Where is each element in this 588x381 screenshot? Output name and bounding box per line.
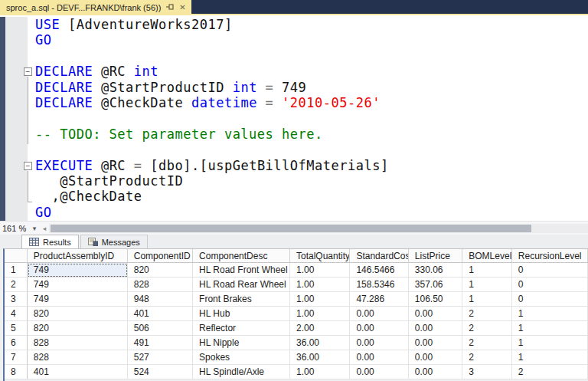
scroll-left-icon[interactable]: ◂ xyxy=(40,225,49,232)
fold-collapse-icon[interactable]: − xyxy=(24,162,32,170)
grid-row-number[interactable]: 8 xyxy=(5,365,28,379)
close-icon[interactable]: ✕ xyxy=(179,4,185,11)
code-area[interactable]: USE [AdventureWorks2017]GODECLARE @RC in… xyxy=(28,17,588,221)
grid-cell[interactable]: 0 xyxy=(512,263,588,278)
grid-cell[interactable]: 749 xyxy=(28,278,128,292)
grid-row-number[interactable]: 1 xyxy=(5,263,28,278)
grid-cell[interactable]: HL Nipple xyxy=(193,336,290,350)
grid-cell[interactable]: 491 xyxy=(128,336,193,350)
grid-cell[interactable]: 1.00 xyxy=(290,365,350,379)
grid-cell[interactable]: 1.00 xyxy=(290,263,350,278)
grid-cell[interactable]: 2 xyxy=(462,336,512,350)
grid-cell[interactable]: 0.00 xyxy=(409,321,462,336)
grid-cell[interactable]: 0 xyxy=(512,292,588,307)
code-line: ,@CheckDate xyxy=(35,189,588,204)
grid-cell[interactable]: 524 xyxy=(128,365,193,379)
grid-cell[interactable]: 36.00 xyxy=(290,350,350,365)
grid-cell[interactable]: 828 xyxy=(128,278,193,292)
tab-messages[interactable]: Messages xyxy=(80,235,148,248)
grid-cell[interactable]: 1 xyxy=(512,350,588,365)
grid-cell[interactable]: 0.00 xyxy=(409,307,462,321)
grid-cell[interactable]: 2 xyxy=(512,365,588,379)
grid-cell[interactable]: 0.00 xyxy=(350,321,408,336)
grid-cell[interactable]: Reflector xyxy=(193,321,290,336)
grid-row-number[interactable]: 7 xyxy=(5,350,28,365)
horizontal-scrollbar[interactable] xyxy=(49,224,588,233)
grid-cell[interactable]: 820 xyxy=(128,263,193,278)
grid-cell[interactable]: 1.00 xyxy=(290,278,350,292)
grid-cell[interactable]: 2 xyxy=(462,321,512,336)
grid-corner-cell[interactable] xyxy=(5,249,28,263)
grid-cell[interactable]: 0.00 xyxy=(409,336,462,350)
grid-column-header[interactable]: ComponentID xyxy=(128,249,193,263)
grid-cell[interactable]: 106.50 xyxy=(409,292,462,307)
grid-row-number[interactable]: 2 xyxy=(5,278,28,292)
grid-cell[interactable]: 401 xyxy=(28,365,128,379)
grid-cell[interactable]: HL Road Rear Wheel xyxy=(193,278,290,292)
horizontal-scrollbar-thumb[interactable] xyxy=(51,225,531,232)
grid-cell[interactable]: 0.00 xyxy=(409,365,462,379)
zoom-dropdown-icon[interactable]: ▾ xyxy=(29,225,40,232)
grid-cell[interactable]: 0.00 xyxy=(350,307,408,321)
grid-cell[interactable]: 1 xyxy=(462,292,512,307)
grid-cell[interactable]: HL Spindle/Axle xyxy=(193,365,290,379)
grid-cell[interactable]: 158.5346 xyxy=(350,278,408,292)
results-grid[interactable]: ProductAssemblyIDComponentIDComponentDes… xyxy=(3,248,588,381)
grid-column-header[interactable]: RecursionLevel xyxy=(512,249,588,263)
grid-row-number[interactable]: 6 xyxy=(5,336,28,350)
grid-cell[interactable]: Spokes xyxy=(193,350,290,365)
grid-cell[interactable]: 506 xyxy=(128,321,193,336)
grid-cell[interactable]: 0.00 xyxy=(350,336,408,350)
results-tab-strip: Results Messages xyxy=(0,235,588,248)
grid-cell[interactable]: HL Hub xyxy=(193,307,290,321)
grid-column-header[interactable]: BOMLevel xyxy=(462,249,512,263)
editor-zoom-level[interactable]: 161 % xyxy=(0,224,29,233)
grid-column-header[interactable]: ListPrice xyxy=(409,249,462,263)
code-line xyxy=(35,142,588,157)
grid-cell[interactable]: 1.00 xyxy=(290,307,350,321)
tab-results[interactable]: Results xyxy=(21,235,79,248)
grid-cell[interactable]: 36.00 xyxy=(290,336,350,350)
grid-cell[interactable]: 0.00 xyxy=(350,365,408,379)
grid-column-header[interactable]: TotalQuantity xyxy=(290,249,350,263)
grid-column-header[interactable]: ComponentDesc xyxy=(193,249,290,263)
grid-cell[interactable]: 527 xyxy=(128,350,193,365)
grid-cell[interactable]: 948 xyxy=(128,292,193,307)
grid-cell[interactable]: 1 xyxy=(512,307,588,321)
grid-cell[interactable]: 1 xyxy=(462,263,512,278)
grid-cell[interactable]: 749 xyxy=(28,263,128,278)
grid-cell[interactable]: 0.00 xyxy=(350,350,408,365)
grid-cell[interactable]: HL Road Front Wheel xyxy=(193,263,290,278)
grid-row-number[interactable]: 4 xyxy=(5,307,28,321)
grid-cell[interactable]: 2.00 xyxy=(290,321,350,336)
grid-cell[interactable]: 828 xyxy=(28,336,128,350)
grid-cell[interactable]: 3 xyxy=(462,365,512,379)
grid-cell[interactable]: 401 xyxy=(128,307,193,321)
grid-cell[interactable]: Front Brakes xyxy=(193,292,290,307)
grid-cell[interactable]: 2 xyxy=(462,307,512,321)
grid-cell[interactable]: 0.00 xyxy=(409,350,462,365)
grid-cell[interactable]: 47.286 xyxy=(350,292,408,307)
grid-cell[interactable]: 357.06 xyxy=(409,278,462,292)
pin-icon[interactable] xyxy=(166,3,174,12)
code-editor[interactable]: − − USE [AdventureWorks2017]GODECLARE @R… xyxy=(0,17,588,221)
grid-cell[interactable]: 2 xyxy=(462,350,512,365)
grid-cell[interactable]: 1 xyxy=(512,336,588,350)
grid-cell[interactable]: 820 xyxy=(28,307,128,321)
grid-column-header[interactable]: StandardCost xyxy=(350,249,408,263)
grid-row-number[interactable]: 5 xyxy=(5,321,28,336)
document-tab[interactable]: sproc_a.sql - DEVF...FRANKD\frank (56)) … xyxy=(0,0,191,15)
grid-cell[interactable]: 1 xyxy=(512,321,588,336)
grid-cell[interactable]: 749 xyxy=(28,292,128,307)
grid-cell[interactable]: 146.5466 xyxy=(350,263,408,278)
grid-cell[interactable]: 1.00 xyxy=(290,292,350,307)
grid-row-number[interactable]: 3 xyxy=(5,292,28,307)
grid-cell[interactable]: 828 xyxy=(28,350,128,365)
fold-collapse-icon[interactable]: − xyxy=(24,67,32,76)
grid-column-header[interactable]: ProductAssemblyID xyxy=(28,249,128,263)
grid-cell[interactable]: 1 xyxy=(462,278,512,292)
grid-cell[interactable]: 330.06 xyxy=(409,263,462,278)
code-line xyxy=(35,48,588,64)
grid-cell[interactable]: 820 xyxy=(28,321,128,336)
grid-cell[interactable]: 0 xyxy=(512,278,588,292)
